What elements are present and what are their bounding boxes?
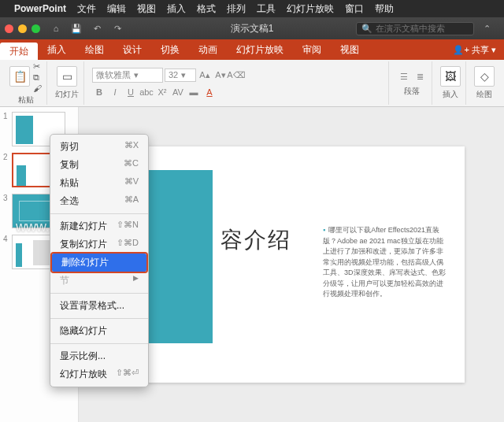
picture-icon: 🖼 xyxy=(440,66,461,87)
slide-body-text: 哪里可以下载After Effects2021直装版？Adobe ae 2021… xyxy=(323,226,446,298)
ctx-copy[interactable]: 复制⌘C xyxy=(50,156,148,174)
tab-slideshow[interactable]: 幻灯片放映 xyxy=(227,39,293,60)
ctx-separator xyxy=(50,213,148,214)
drawing-label: 绘图 xyxy=(476,89,492,100)
bold-icon[interactable]: B xyxy=(92,85,106,99)
italic-icon[interactable]: I xyxy=(108,85,122,99)
font-name-combo[interactable]: 微软雅黑▾ xyxy=(92,68,163,83)
thumb-number: 1 xyxy=(3,112,9,120)
close-window-button[interactable] xyxy=(5,24,13,33)
underline-icon[interactable]: U xyxy=(124,85,138,99)
ribbon: 📋 ✂ ⧉ 🖌 粘贴 ▭ 幻灯片 微软雅黑▾ 32▾ A▴ A▾ A⌫ B I … xyxy=(0,60,504,107)
clipboard-icon: 📋 xyxy=(9,66,30,87)
clear-format-icon[interactable]: A⌫ xyxy=(229,68,243,82)
shrink-font-icon[interactable]: A▾ xyxy=(213,68,228,82)
paste-button[interactable]: 📋 xyxy=(9,66,30,87)
menu-slideshow[interactable]: 幻灯片放映 xyxy=(287,2,334,16)
ctx-duplicate-slide[interactable]: 复制幻灯片⇧⌘D xyxy=(50,235,148,254)
slide-body[interactable]: 哪里可以下载After Effects2021直装版？Adobe ae 2021… xyxy=(323,225,449,300)
ctx-select-all[interactable]: 全选⌘A xyxy=(50,192,148,210)
tab-insert[interactable]: 插入 xyxy=(38,39,76,60)
group-font: 微软雅黑▾ 32▾ A▴ A▾ A⌫ B I U abc X² AV ▬ A xyxy=(87,61,389,105)
tab-view[interactable]: 视图 xyxy=(331,39,369,60)
redo-icon[interactable]: ↷ xyxy=(109,24,125,34)
shapes-icon: ◇ xyxy=(474,66,495,87)
shapes-button[interactable]: ◇ xyxy=(474,66,495,87)
ctx-hide-slide[interactable]: 隐藏幻灯片 xyxy=(50,322,148,340)
menu-file[interactable]: 文件 xyxy=(77,2,96,16)
tab-home[interactable]: 开始 xyxy=(0,43,38,60)
share-button[interactable]: 👤+ 共享 ▾ xyxy=(445,44,504,56)
tab-draw[interactable]: 绘图 xyxy=(76,39,113,60)
window-toolbar: ⌂ 💾 ↶ ↷ 演示文稿1 🔍 ⌃ xyxy=(0,17,504,39)
paragraph-label: 段落 xyxy=(404,86,420,97)
minimize-window-button[interactable] xyxy=(18,24,27,33)
group-paragraph: ☰ ≣ 段落 xyxy=(392,61,432,105)
menu-tools[interactable]: 工具 xyxy=(257,2,276,16)
format-painter-icon[interactable]: 🖌 xyxy=(33,83,42,93)
tab-animations[interactable]: 动画 xyxy=(189,39,227,60)
menu-edit[interactable]: 编辑 xyxy=(107,2,126,16)
tab-transitions[interactable]: 切换 xyxy=(151,39,189,60)
ribbon-tabs: 开始 插入 绘图 设计 切换 动画 幻灯片放映 审阅 视图 👤+ 共享 ▾ xyxy=(0,39,504,60)
chevron-icon[interactable]: ⌃ xyxy=(479,24,495,34)
new-slide-button[interactable]: ▭ xyxy=(57,66,77,87)
zoom-window-button[interactable] xyxy=(32,24,40,33)
slide-icon: ▭ xyxy=(57,66,77,87)
ctx-separator xyxy=(50,318,148,319)
group-clipboard: 📋 ✂ ⧉ 🖌 粘贴 xyxy=(5,61,47,105)
search-input[interactable] xyxy=(376,24,469,33)
ctx-slideshow[interactable]: 幻灯片放映⇧⌘⏎ xyxy=(50,365,148,383)
document-title: 演示文稿1 xyxy=(231,22,274,35)
font-color-icon[interactable]: A xyxy=(202,85,217,99)
mac-menubar: PowerPoint 文件 编辑 视图 插入 格式 排列 工具 幻灯片放映 窗口… xyxy=(0,0,504,17)
copy-icon[interactable]: ⧉ xyxy=(33,72,42,83)
grow-font-icon[interactable]: A▴ xyxy=(198,68,212,82)
slide-canvas[interactable]: 容介绍 哪里可以下载After Effects2021直装版？Adobe ae … xyxy=(118,146,465,383)
tab-design[interactable]: 设计 xyxy=(113,39,151,60)
slides-label: 幻灯片 xyxy=(55,89,79,100)
thumb-number: 3 xyxy=(3,194,9,202)
ctx-new-slide[interactable]: 新建幻灯片⇧⌘N xyxy=(50,217,148,235)
menu-help[interactable]: 帮助 xyxy=(375,2,394,16)
thumb-number: 4 xyxy=(3,235,9,243)
home-icon[interactable]: ⌂ xyxy=(48,24,64,33)
thumb-number: 2 xyxy=(3,153,9,161)
save-icon[interactable]: 💾 xyxy=(69,24,84,34)
menu-arrange[interactable]: 排列 xyxy=(227,2,246,16)
ctx-separator xyxy=(50,343,148,344)
picture-button[interactable]: 🖼 xyxy=(440,66,461,87)
app-name: PowerPoint xyxy=(14,3,66,14)
ctx-cut[interactable]: 剪切⌘X xyxy=(50,138,148,156)
insert-label: 插入 xyxy=(443,89,458,100)
slide-title[interactable]: 容介绍 xyxy=(220,225,291,255)
font-size-combo[interactable]: 32▾ xyxy=(165,68,196,82)
menu-window[interactable]: 窗口 xyxy=(345,2,364,16)
ctx-format-background[interactable]: 设置背景格式... xyxy=(50,297,148,315)
search-box[interactable]: 🔍 xyxy=(356,22,474,35)
traffic-lights xyxy=(5,24,40,33)
strike-icon[interactable]: abc xyxy=(139,85,154,99)
superscript-icon[interactable]: X² xyxy=(155,85,169,99)
menu-insert[interactable]: 插入 xyxy=(167,2,186,16)
cut-icon[interactable]: ✂ xyxy=(33,61,42,72)
group-insert: 🖼 插入 xyxy=(435,61,466,105)
ctx-separator xyxy=(50,293,148,294)
search-icon: 🔍 xyxy=(361,24,372,34)
menu-format[interactable]: 格式 xyxy=(197,2,216,16)
highlight-icon[interactable]: ▬ xyxy=(187,85,201,99)
bullets-icon[interactable]: ☰ xyxy=(397,70,411,84)
ctx-section: 节▶ xyxy=(50,272,148,290)
context-menu: 剪切⌘X 复制⌘C 粘贴⌘V 全选⌘A 新建幻灯片⇧⌘N 复制幻灯片⇧⌘D 删除… xyxy=(50,134,149,387)
menu-view[interactable]: 视图 xyxy=(137,2,156,16)
ctx-delete-slide[interactable]: 删除幻灯片 xyxy=(52,254,146,272)
numbering-icon[interactable]: ≣ xyxy=(413,70,427,84)
tab-review[interactable]: 审阅 xyxy=(293,39,331,60)
spacing-icon[interactable]: AV xyxy=(171,85,185,99)
ctx-paste[interactable]: 粘贴⌘V xyxy=(50,174,148,192)
undo-icon[interactable]: ↶ xyxy=(89,24,105,34)
group-slides: ▭ 幻灯片 xyxy=(50,61,84,105)
paste-label: 粘贴 xyxy=(18,94,34,106)
ctx-zoom[interactable]: 显示比例... xyxy=(50,347,148,365)
group-drawing: ◇ 绘图 xyxy=(469,61,499,105)
